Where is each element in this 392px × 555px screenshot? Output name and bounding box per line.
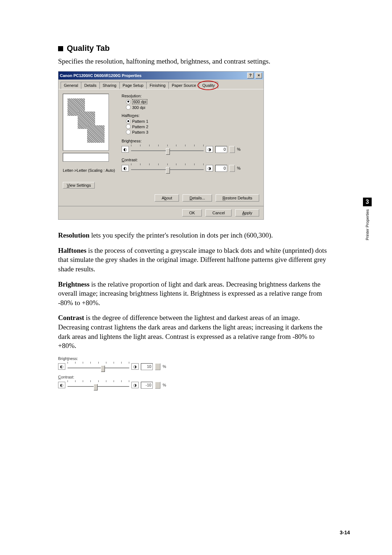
contrast-low-icon: ◐ [58,382,65,388]
contrast-label: Contrast: [122,158,241,162]
resolution-label: Resolution: [122,94,241,98]
preview-box [63,94,109,151]
mini-contrast-label: Contrast: [58,375,174,379]
chapter-number: 3 [363,198,372,206]
radio-pattern2[interactable]: Pattern 2 [126,124,241,129]
radio-600dpi[interactable]: 600 dpi [126,99,241,104]
restore-defaults-button[interactable]: Restore Defaults [216,194,259,202]
tab-general[interactable]: General [61,82,81,89]
radio-300dpi[interactable]: 300 dpi [126,105,241,110]
about-button[interactable]: About [155,194,179,202]
spin-buttons-icon[interactable] [229,146,235,153]
radio-icon [126,100,131,104]
brightness-light-icon: ◑ [131,363,139,370]
tab-bar: General Details Sharing Page Setup Finis… [58,80,264,89]
page-number: 3-14 [340,530,350,535]
contrast-high-icon: ◑ [206,165,213,171]
mini-contrast-slider[interactable] [68,380,129,390]
mini-brightness-value[interactable]: 10 [141,363,153,370]
contrast-low-icon: ◐ [122,165,129,171]
radio-icon [126,105,131,110]
radio-icon [126,119,131,123]
section-subtitle: Specifies the resolution, halftoning met… [58,57,330,65]
spin-buttons-icon[interactable] [155,363,160,370]
para-contrast: Contrast is the degree of difference bet… [58,313,330,351]
view-settings-button[interactable]: View Settings [63,182,95,189]
titlebar: Canon PC1200/iC D600/iR1200G Properties … [58,72,264,80]
section-heading: Quality Tab [58,44,330,53]
tab-sharing[interactable]: Sharing [99,82,120,89]
para-brightness: Brightness is the relative proportion of… [58,280,330,308]
pct-label: % [237,166,241,170]
brightness-value[interactable]: 0 [215,146,227,153]
mini-brightness-slider[interactable] [68,362,129,371]
brightness-dark-icon: ◐ [122,146,129,153]
contrast-slider[interactable] [131,163,204,173]
pct-label: % [163,383,166,387]
radio-icon [126,130,131,134]
pct-label: % [163,364,166,369]
spin-buttons-icon[interactable] [155,382,160,389]
mini-brightness-label: Brightness: [58,356,174,361]
scaling-info: Letter->Letter (Scaling : Auto) [63,168,115,173]
highlight-oval-icon [197,81,219,90]
brightness-light-icon: ◑ [206,146,213,153]
contrast-value[interactable]: 0 [215,165,227,172]
pct-label: % [237,147,241,151]
details-button[interactable]: Details... [183,194,212,202]
tab-finishing[interactable]: Finishing [146,82,169,89]
tab-paper-source[interactable]: Paper Source [168,82,199,89]
radio-pattern3[interactable]: Pattern 3 [126,130,241,134]
side-tab: 3 Printer Properties [363,198,372,240]
mini-contrast-value[interactable]: -10 [141,382,153,389]
apply-button[interactable]: Apply [235,209,259,216]
preview-caption-box [63,153,109,162]
para-halftones: Halftones is the process of converting a… [58,246,330,274]
tab-quality[interactable]: Quality [199,82,218,89]
dialog-title: Canon PC1200/iC D600/iR1200G Properties [60,73,142,78]
brightness-dark-icon: ◐ [58,363,65,370]
tab-details[interactable]: Details [81,82,100,89]
chapter-label: Printer Properties [365,209,369,240]
mini-sliders: Brightness: ◐ ◑ 10 % Contrast: ◐ ◑ -10 % [58,356,174,390]
contrast-high-icon: ◑ [131,382,139,388]
tab-page-setup[interactable]: Page Setup [119,82,147,89]
close-icon[interactable]: × [256,73,262,78]
help-icon[interactable]: ? [247,73,254,78]
cancel-button[interactable]: Cancel [205,209,232,216]
para-resolution: Resolution lets you specify the printer'… [58,231,330,240]
radio-icon [126,124,131,129]
halftones-label: Halftones: [122,113,241,118]
window-buttons: ? × [246,73,262,78]
brightness-slider[interactable] [131,145,204,154]
spin-buttons-icon[interactable] [229,165,235,172]
square-bullet-icon [58,46,63,51]
brightness-label: Brightness: [122,139,241,143]
radio-pattern1[interactable]: Pattern 1 [126,119,241,123]
properties-dialog: Canon PC1200/iC D600/iR1200G Properties … [58,71,264,220]
ok-button[interactable]: OK [182,209,202,216]
